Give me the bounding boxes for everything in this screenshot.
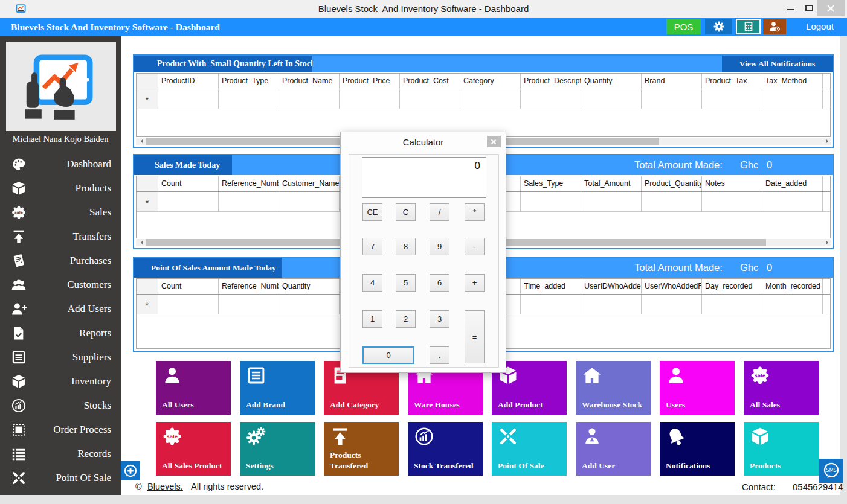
grid-cell[interactable] — [279, 192, 340, 212]
calc-key-7[interactable]: 7 — [362, 238, 382, 255]
grid-column-header[interactable]: Reference_Number — [219, 176, 279, 191]
grid-column-header[interactable] — [823, 176, 831, 191]
calc-key-9[interactable]: 9 — [430, 238, 449, 255]
grid-cell[interactable] — [158, 89, 219, 109]
grid-column-header[interactable]: Product_Description — [521, 74, 581, 89]
tile-products-transfered[interactable]: Products Transfered — [324, 422, 399, 476]
grid-column-header[interactable] — [823, 74, 831, 89]
calc-key-dot[interactable]: . — [430, 346, 449, 364]
grid-column-header[interactable]: Total_Amount — [581, 176, 642, 191]
view-all-notifications-button[interactable]: View All Notifications — [722, 56, 833, 72]
tile-warehouse-stock[interactable]: Warehouse Stock — [576, 361, 651, 415]
sidebar-item-products[interactable]: Products — [0, 176, 121, 200]
grid-cell[interactable] — [521, 192, 581, 212]
sidebar-item-dashboard[interactable]: Dashboard — [0, 152, 121, 176]
grid-column-header[interactable]: Customer_Name — [279, 176, 340, 191]
sms-button[interactable]: SMS — [819, 459, 843, 483]
grid-cell[interactable] — [219, 295, 279, 314]
sidebar-item-purchases[interactable]: Purchases — [0, 249, 121, 273]
calculator-close-button[interactable] — [487, 136, 501, 147]
calc-key-ce[interactable]: CE — [362, 203, 382, 221]
sidebar-item-stocks[interactable]: Stocks — [0, 394, 121, 418]
grid-cell[interactable] — [762, 89, 823, 109]
grid-cell[interactable] — [642, 192, 702, 212]
sidebar-item-suppliers[interactable]: Suppliers — [0, 345, 121, 369]
grid-cell[interactable] — [521, 295, 581, 314]
calculator-header-button[interactable] — [736, 19, 761, 34]
grid-cell[interactable] — [581, 89, 642, 109]
bluevels-link[interactable]: Bluevels. — [147, 479, 183, 495]
grid-cell[interactable] — [340, 89, 400, 109]
grid-column-header[interactable]: UserWhoAddedFull — [642, 279, 702, 294]
sidebar-item-records[interactable]: Records — [0, 442, 121, 466]
grid-cell[interactable] — [279, 89, 340, 109]
grid-column-header[interactable]: Date_added — [762, 176, 823, 191]
calc-key-equals[interactable]: = — [465, 310, 485, 363]
grid-column-header[interactable]: Quantity — [279, 279, 340, 294]
tile-point-of-sale[interactable]: Point Of Sale — [492, 422, 567, 476]
tile-all-sales[interactable]: saleAll Sales — [744, 361, 819, 415]
close-button[interactable] — [817, 0, 845, 16]
calc-key-divide[interactable]: / — [430, 203, 449, 221]
grid-cell[interactable] — [581, 295, 642, 314]
grid-cell[interactable] — [702, 295, 762, 314]
grid-column-header[interactable]: Notes — [702, 176, 762, 191]
grid-cell[interactable] — [219, 192, 279, 212]
user-header-button[interactable] — [763, 19, 786, 34]
settings-header-button[interactable] — [705, 19, 732, 34]
grid-cell[interactable] — [279, 295, 340, 314]
grid-column-header[interactable]: Quantity — [581, 74, 642, 89]
calc-key-2[interactable]: 2 — [396, 310, 416, 328]
sidebar-item-point-of-sale[interactable]: Point Of Sale — [0, 466, 121, 490]
scroll-left-arrow[interactable] — [136, 239, 145, 246]
grid-column-header[interactable]: Reference_Number — [219, 279, 279, 294]
grid-column-header[interactable]: Product_Type — [219, 74, 279, 89]
calc-key-plus[interactable]: + — [465, 274, 485, 292]
scroll-right-arrow[interactable] — [822, 239, 831, 246]
grid-cell[interactable] — [219, 89, 279, 109]
grid-column-header[interactable]: Product_Cost — [400, 74, 460, 89]
minimize-button[interactable] — [783, 0, 799, 17]
sidebar-item-customers[interactable]: Customers — [0, 273, 121, 297]
grid-column-header[interactable]: UserIDWhoAddedU — [581, 279, 642, 294]
sidebar-item-order-process[interactable]: Order Process — [0, 418, 121, 442]
grid-column-header[interactable]: Tax_Method — [762, 74, 823, 89]
grid-column-header[interactable]: Month_recorded — [762, 279, 823, 294]
grid-column-header[interactable]: Sales_Type — [521, 176, 581, 191]
grid-column-header[interactable]: Category — [460, 74, 521, 89]
sidebar-item-reports[interactable]: Reports — [0, 321, 121, 345]
sidebar-item-sales[interactable]: saleSales — [0, 200, 121, 225]
grid-cell[interactable] — [823, 89, 831, 109]
tile-settings[interactable]: Settings — [240, 422, 315, 476]
tile-add-user[interactable]: Add User — [576, 422, 651, 476]
sidebar-item-add-users[interactable]: Add Users — [0, 297, 121, 321]
calc-key-0[interactable]: 0 — [362, 346, 414, 364]
grid-cell[interactable] — [158, 295, 219, 314]
scroll-left-arrow[interactable] — [136, 138, 145, 145]
tile-add-brand[interactable]: Add Brand — [240, 361, 315, 415]
grid-cell[interactable] — [702, 192, 762, 212]
sidebar-item-transfers[interactable]: Transfers — [0, 225, 121, 249]
tile-users[interactable]: Users — [660, 361, 735, 415]
grid-cell[interactable] — [642, 89, 702, 109]
pos-button[interactable]: POS — [666, 19, 701, 34]
grid-cell[interactable] — [581, 192, 642, 212]
grid-column-header[interactable]: Count — [158, 176, 219, 191]
tile-stock-transfered[interactable]: Stock Transfered — [408, 422, 483, 476]
calc-key-1[interactable]: 1 — [362, 310, 382, 328]
tile-all-sales-product[interactable]: saleAll Sales Product — [156, 422, 231, 476]
calc-key-6[interactable]: 6 — [430, 274, 449, 292]
grid-column-header[interactable]: Product_Name — [279, 74, 340, 89]
sidebar-item-inventory[interactable]: Inventory — [0, 369, 121, 394]
grid-cell[interactable] — [702, 89, 762, 109]
grid-column-header[interactable]: Time_added — [521, 279, 581, 294]
maximize-button[interactable] — [801, 0, 817, 17]
calc-key-multiply[interactable]: * — [465, 203, 485, 221]
grid-cell[interactable] — [158, 192, 219, 212]
grid-column-header[interactable]: Product_Tax — [702, 74, 762, 89]
calc-key-3[interactable]: 3 — [430, 310, 449, 328]
calc-key-c[interactable]: C — [396, 203, 416, 221]
grid-column-header[interactable]: Product_Quantity — [642, 176, 702, 191]
grid-cell[interactable] — [521, 89, 581, 109]
logout-button[interactable]: Logout — [796, 19, 843, 34]
